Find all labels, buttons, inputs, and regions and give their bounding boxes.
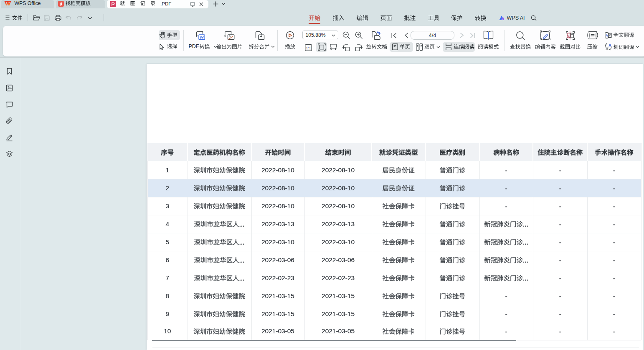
svg-text:1:1: 1:1 <box>306 46 311 50</box>
